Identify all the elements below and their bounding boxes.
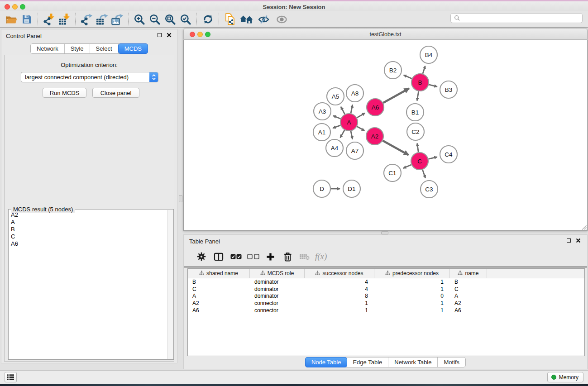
select-all-checkboxes-icon[interactable] [227,248,244,265]
graph-edge-C-C1[interactable] [403,165,411,168]
network-canvas[interactable]: B4B2BB3A8A5A6A3B1AC2A1A2A4A7C4CC1C3DD1 [183,40,588,231]
export-network-icon[interactable] [79,12,94,27]
graph-edge-C-C2[interactable] [417,143,419,152]
graph-node-C3[interactable]: C3 [421,181,438,198]
hide-selected-icon[interactable] [256,12,271,27]
graph-node-C[interactable]: C [411,152,428,170]
graph-node-B3[interactable]: B3 [440,81,457,98]
table-row[interactable]: A6connector11A6 [188,307,584,314]
graph-node-C2[interactable]: C2 [407,123,424,140]
tab-network-table[interactable]: Network Table [388,357,438,367]
show-hidden-icon[interactable] [274,12,289,27]
network-graph[interactable]: B4B2BB3A8A5A6A3B1AC2A1A2A4A7C4CC1C3DD1 [184,40,587,230]
graph-node-A5[interactable]: A5 [327,88,344,105]
graph-node-B4[interactable]: B4 [420,46,437,63]
graph-edge-A-A5[interactable] [341,107,345,114]
tab-style[interactable]: Style [65,44,90,53]
graph-node-C4[interactable]: C4 [440,146,457,163]
graph-node-B2[interactable]: B2 [384,62,402,79]
mcds-result-item[interactable]: B [9,226,167,233]
task-history-button[interactable] [5,372,17,382]
column-header-successor-nodes[interactable]: successor nodes [305,269,374,278]
mcds-result-scrollbar[interactable] [167,210,173,359]
delete-column-icon[interactable] [279,248,296,265]
mcds-result-item[interactable]: C [9,233,167,240]
close-panel-button[interactable]: Close panel [92,88,139,98]
graph-node-A8[interactable]: A8 [346,85,363,102]
graph-node-D1[interactable]: D1 [343,180,360,197]
zoom-in-icon[interactable] [132,12,147,27]
criterion-dropdown[interactable]: largest connected component (directed) [21,72,158,82]
table-row[interactable]: Cdominator41C [188,286,584,293]
save-session-icon[interactable] [19,12,34,27]
float-table-panel-icon[interactable] [567,238,571,243]
table-row[interactable]: Bdominator41B [188,278,584,286]
add-column-icon[interactable] [262,248,279,265]
import-table-file-icon[interactable] [57,12,72,27]
column-header-predecessor-nodes[interactable]: predecessor nodes [374,269,450,278]
open-file-icon[interactable] [4,12,19,27]
export-image-icon[interactable] [110,12,125,27]
table-settings-gear-icon[interactable] [193,248,210,265]
export-table-icon[interactable] [94,12,110,27]
graph-edge-B-B3[interactable] [429,85,437,87]
close-table-panel-icon[interactable] [576,238,581,243]
show-columns-icon[interactable] [210,248,227,265]
graph-edge-A6-B[interactable] [383,89,409,103]
refresh-view-icon[interactable] [200,12,215,27]
first-neighbors-icon[interactable] [238,12,256,27]
tab-network[interactable]: Network [31,44,65,53]
graph-node-A4[interactable]: A4 [326,139,343,157]
graph-node-D[interactable]: D [313,180,330,197]
tab-motifs[interactable]: Motifs [438,357,465,367]
graph-node-A1[interactable]: A1 [313,124,330,141]
tab-edge-table[interactable]: Edge Table [347,357,388,367]
mcds-result-item[interactable]: A2 [9,211,167,219]
column-header-mcds-role[interactable]: MCDS role [250,269,305,278]
graph-edge-A-A6[interactable] [357,113,365,118]
zoom-out-icon[interactable] [147,12,163,27]
vertical-splitter-handle[interactable] [179,195,182,202]
network-window-titlebar[interactable]: testGlobe.txt [183,28,588,40]
graph-node-B1[interactable]: B1 [406,104,424,121]
graph-edge-A-A8[interactable] [351,105,353,114]
table-row[interactable]: A2connector11A2 [188,300,584,307]
search-field[interactable] [450,13,583,23]
graph-edge-A2-C[interactable] [383,141,409,155]
graph-node-A7[interactable]: A7 [346,142,363,159]
graph-edge-C-C3[interactable] [422,170,425,178]
graph-node-B[interactable]: B [411,74,429,91]
graph-node-A3[interactable]: A3 [314,103,331,120]
mcds-result-item[interactable]: A6 [9,240,167,248]
horizontal-splitter-handle[interactable] [381,231,388,234]
graph-node-A2[interactable]: A2 [366,128,383,145]
deselect-all-checkboxes-icon[interactable] [244,248,262,265]
import-network-file-icon[interactable] [41,12,57,27]
run-mcds-button[interactable]: Run MCDS [43,88,86,98]
zoom-fit-icon[interactable] [163,12,178,27]
column-header-name[interactable]: name [450,269,487,278]
tab-node-table[interactable]: Node Table [305,357,348,367]
graph-edge-B-B2[interactable] [404,75,412,79]
search-input[interactable] [460,15,582,21]
graph-edge-C-C4[interactable] [429,157,437,159]
tab-mcds[interactable]: MCDS [118,43,148,54]
graph-edge-A-A7[interactable] [351,131,353,139]
table-row[interactable]: Adominator80A [188,293,584,300]
memory-button[interactable]: Memory [547,372,583,382]
tab-select[interactable]: Select [90,44,119,53]
graph-edge-B-B1[interactable] [417,91,418,101]
graph-node-C1[interactable]: C1 [384,164,401,181]
column-header-shared-name[interactable]: shared name [188,269,250,278]
graph-edge-A-A1[interactable] [333,125,340,128]
graph-edge-A-A3[interactable] [333,116,340,119]
resize-grip-icon[interactable] [581,224,587,230]
zoom-selected-icon[interactable] [178,12,193,27]
graph-node-A[interactable]: A [340,114,358,131]
graph-node-A6[interactable]: A6 [367,99,384,116]
graph-edge-B-B4[interactable] [423,66,425,74]
float-panel-icon[interactable] [158,33,162,37]
graph-edge-A-A4[interactable] [340,130,345,138]
mcds-result-item[interactable]: A [9,219,167,226]
close-panel-icon[interactable] [167,33,172,38]
